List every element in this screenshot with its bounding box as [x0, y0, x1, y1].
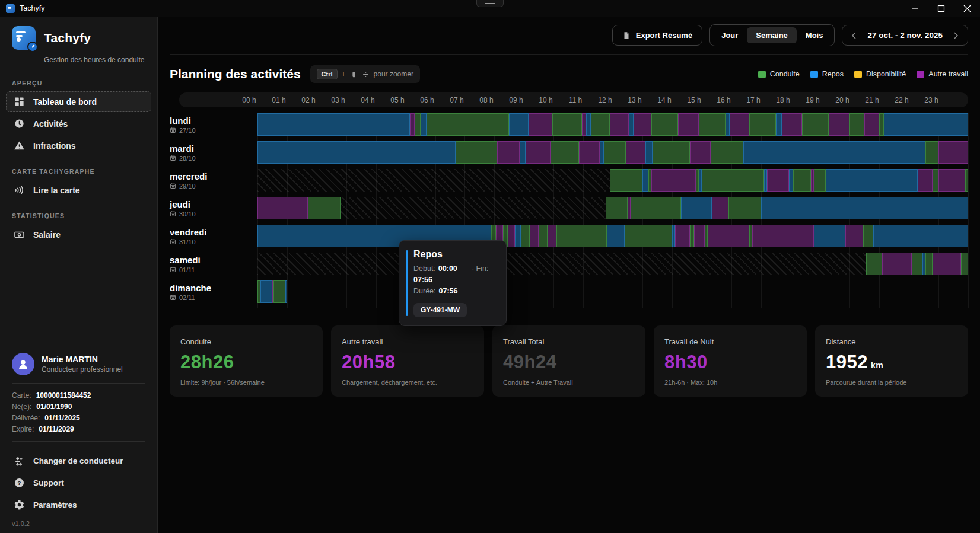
activity-segment-autre[interactable]	[767, 169, 789, 192]
activity-segment-conduite[interactable]	[728, 197, 761, 219]
activity-segment-repos[interactable]	[726, 113, 730, 136]
footer-item-switch-user[interactable]: Changer de conducteur	[6, 451, 151, 471]
activity-segment-conduite[interactable]	[814, 169, 826, 192]
activity-segment-repos[interactable]	[743, 141, 925, 164]
activity-segment-conduite[interactable]	[699, 113, 726, 136]
activity-segment-autre[interactable]	[626, 141, 645, 164]
export-summary-button[interactable]: Export Résumé	[612, 25, 702, 46]
activity-segment-conduite[interactable]	[802, 113, 829, 136]
activity-segment-conduite[interactable]	[702, 169, 764, 192]
activity-segment-conduite[interactable]	[456, 141, 497, 164]
activity-segment-autre[interactable]	[918, 169, 933, 192]
activity-segment-autre[interactable]	[730, 113, 749, 136]
minimize-button[interactable]	[902, 0, 928, 17]
activity-segment-conduite[interactable]	[556, 225, 607, 247]
activity-segment-conduite[interactable]	[933, 169, 938, 192]
activity-segment-autre[interactable]	[548, 225, 556, 247]
activity-segment-autre[interactable]	[782, 113, 803, 136]
activity-segment-conduite[interactable]	[912, 253, 922, 275]
activity-segment-autre[interactable]	[526, 141, 551, 164]
sidebar-item-salaire[interactable]: Salaire	[6, 224, 151, 245]
activity-segment-conduite[interactable]	[415, 113, 421, 136]
activity-segment-autre[interactable]	[845, 225, 863, 247]
activity-segment-conduite[interactable]	[610, 169, 642, 192]
activity-segment-autre[interactable]	[675, 225, 690, 247]
activity-segment-repos[interactable]	[645, 141, 653, 164]
activity-segment-autre[interactable]	[257, 197, 308, 219]
activity-segment-conduite[interactable]	[653, 141, 689, 164]
sidebar-item-lire-la-carte[interactable]: Lire la carte	[6, 180, 151, 200]
activity-segment-conduite[interactable]	[690, 225, 694, 247]
date-range-picker[interactable]: 27 oct. - 2 nov. 2025	[842, 25, 968, 46]
activity-segment-repos[interactable]	[629, 113, 633, 136]
activity-segment-autre[interactable]	[497, 141, 519, 164]
activity-segment-conduite[interactable]	[879, 113, 883, 136]
activity-segment-autre[interactable]	[938, 169, 965, 192]
activity-segment-conduite[interactable]	[625, 225, 672, 247]
activity-segment-autre[interactable]	[933, 253, 960, 275]
sidebar-item-infractions[interactable]: Infractions	[6, 135, 151, 156]
activity-segment-repos[interactable]	[789, 169, 793, 192]
activity-segment-repos[interactable]	[600, 141, 604, 164]
activity-segment-autre[interactable]	[690, 141, 711, 164]
activity-segment-autre[interactable]	[752, 225, 814, 247]
activity-segment-autre[interactable]	[938, 141, 968, 164]
activity-segment-conduite[interactable]	[651, 113, 678, 136]
activity-segment-conduite[interactable]	[521, 225, 530, 247]
activity-segment-autre[interactable]	[582, 113, 586, 136]
activity-segment-autre[interactable]	[634, 113, 651, 136]
activity-segment-autre[interactable]	[610, 113, 629, 136]
activity-segment-autre[interactable]	[694, 225, 704, 247]
activity-segment-conduite[interactable]	[427, 113, 510, 136]
activity-segment-conduite[interactable]	[925, 141, 938, 164]
activity-segment-repos[interactable]	[681, 197, 712, 219]
activity-segment-autre[interactable]	[829, 113, 849, 136]
activity-segment-conduite[interactable]	[273, 280, 285, 303]
activity-segment-repos[interactable]	[520, 141, 526, 164]
activity-segment-autre[interactable]	[508, 225, 515, 247]
activity-segment-autre[interactable]	[651, 169, 696, 192]
activity-segment-autre[interactable]	[529, 113, 552, 136]
activity-segment-autre[interactable]	[579, 141, 600, 164]
activity-segment-conduite[interactable]	[749, 113, 776, 136]
activity-segment-repos[interactable]	[761, 197, 968, 219]
view-option-semaine[interactable]: Semaine	[747, 27, 796, 43]
activity-segment-autre[interactable]	[708, 225, 749, 247]
activity-segment-repos[interactable]	[884, 113, 968, 136]
activity-segment-repos[interactable]	[586, 113, 590, 136]
chevron-right-icon[interactable]	[952, 32, 959, 39]
activity-segment-repos[interactable]	[421, 113, 427, 136]
sidebar-item-tableau-de-bord[interactable]: Tableau de bord	[6, 91, 151, 112]
activity-segment-conduite[interactable]	[552, 113, 582, 136]
activity-segment-conduite[interactable]	[863, 225, 873, 247]
view-option-jour[interactable]: Jour	[712, 27, 747, 43]
activity-segment-conduite[interactable]	[631, 197, 681, 219]
activity-segment-repos[interactable]	[515, 225, 521, 247]
activity-segment-repos[interactable]	[607, 225, 625, 247]
activity-segment-conduite[interactable]	[925, 253, 933, 275]
activity-segment-conduite[interactable]	[539, 225, 548, 247]
activity-segment-conduite[interactable]	[551, 141, 578, 164]
window-drag-handle[interactable]	[476, 0, 504, 7]
footer-item-help[interactable]: ?Support	[6, 473, 151, 493]
activity-segment-repos[interactable]	[642, 169, 648, 192]
sidebar-item-activit-s[interactable]: Activités	[6, 113, 151, 134]
activity-segment-conduite[interactable]	[591, 113, 610, 136]
activity-segment-repos[interactable]	[260, 280, 272, 303]
activity-segment-conduite[interactable]	[606, 197, 628, 219]
activity-segment-autre[interactable]	[864, 113, 879, 136]
close-button[interactable]	[954, 0, 980, 17]
activity-segment-conduite[interactable]	[604, 141, 626, 164]
activity-segment-repos[interactable]	[826, 169, 918, 192]
activity-segment-autre[interactable]	[678, 113, 699, 136]
chevron-left-icon[interactable]	[851, 32, 858, 39]
activity-segment-repos[interactable]	[873, 225, 968, 247]
activity-segment-conduite[interactable]	[711, 141, 743, 164]
activity-segment-repos[interactable]	[776, 113, 782, 136]
activity-segment-conduite[interactable]	[849, 113, 864, 136]
activity-segment-conduite[interactable]	[961, 253, 968, 275]
activity-segment-autre[interactable]	[410, 113, 414, 136]
maximize-button[interactable]	[928, 0, 954, 17]
activity-segment-conduite[interactable]	[793, 169, 811, 192]
footer-item-settings[interactable]: Paramètres	[6, 494, 151, 515]
